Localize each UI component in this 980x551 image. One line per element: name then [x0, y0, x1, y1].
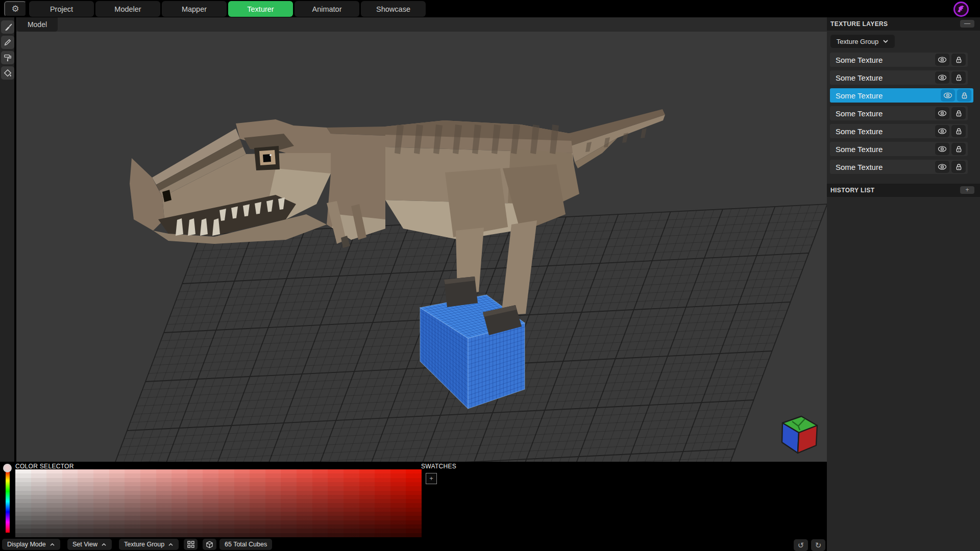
- cube-view-button[interactable]: [203, 539, 216, 550]
- tab-texturer[interactable]: Texturer: [228, 1, 293, 17]
- texture-layer-row[interactable]: Some Texture: [830, 124, 968, 138]
- viewport-header: Model: [16, 17, 827, 32]
- texture-layer-row[interactable]: Some Texture: [830, 70, 968, 85]
- 3d-viewport[interactable]: [16, 32, 827, 462]
- paint-toolbar: [0, 17, 15, 462]
- tab-modeler[interactable]: Modeler: [95, 1, 160, 17]
- set-view-button[interactable]: Set View: [67, 539, 112, 550]
- texture-layer-row[interactable]: Some Texture: [830, 53, 968, 67]
- padlock-icon[interactable]: [951, 143, 966, 155]
- top-bar: ⚙ Project Modeler Mapper Texturer Animat…: [0, 0, 980, 17]
- eye-icon[interactable]: [935, 54, 949, 66]
- paint-roller-tool-button[interactable]: [1, 51, 14, 64]
- texture-group-dropdown-label: Texture Group: [837, 38, 878, 45]
- eye-icon[interactable]: [935, 143, 949, 155]
- paint-brush-icon: [4, 23, 12, 32]
- undo-button[interactable]: ↺: [794, 539, 808, 551]
- total-cubes-badge: 65 Total Cubes: [219, 539, 272, 550]
- texture-layers-title: TEXTURE LAYERS: [830, 20, 888, 28]
- grid-view-button[interactable]: [184, 539, 198, 550]
- collapse-panel-button[interactable]: —: [960, 20, 974, 28]
- history-list-title: HISTORY LIST: [830, 187, 875, 194]
- add-swatch-button[interactable]: +: [426, 473, 437, 484]
- viewport-tab-model[interactable]: Model: [17, 17, 58, 32]
- eye-icon[interactable]: [935, 161, 949, 173]
- chevron-up-icon: [168, 543, 174, 546]
- scene-canvas: [16, 32, 827, 462]
- display-mode-label: Display Mode: [7, 541, 46, 548]
- chevron-down-icon: [883, 39, 889, 43]
- texture-layer-name: Some Texture: [830, 163, 935, 171]
- paint-bucket-icon: [4, 69, 12, 77]
- gear-icon[interactable]: ⚙: [4, 1, 27, 17]
- tab-project[interactable]: Project: [29, 1, 94, 17]
- eye-icon[interactable]: [935, 71, 949, 84]
- color-selector-title: COLOR SELECTOR: [15, 463, 74, 470]
- axis-orientation-cube[interactable]: [782, 416, 817, 453]
- hue-slider-knob[interactable]: [3, 464, 12, 472]
- cube-icon: [206, 541, 213, 548]
- tab-animator[interactable]: Animator: [295, 1, 359, 17]
- tab-showcase[interactable]: Showcase: [361, 1, 426, 17]
- user-avatar-dino-logo[interactable]: [953, 2, 969, 17]
- chevron-up-icon: [101, 543, 107, 546]
- texture-layer-name: Some Texture: [830, 109, 935, 118]
- texture-layer-row[interactable]: Some Texture: [830, 160, 968, 174]
- padlock-icon[interactable]: [951, 54, 966, 66]
- texture-layer-row[interactable]: Some Texture: [830, 88, 973, 103]
- paint-brush-tool-button[interactable]: [1, 20, 14, 34]
- swatches-title: SWATCHES: [421, 463, 456, 470]
- paint-roller-icon: [4, 54, 12, 62]
- redo-button[interactable]: ↻: [811, 539, 825, 551]
- add-history-button[interactable]: +: [960, 186, 974, 194]
- padlock-icon[interactable]: [951, 125, 966, 137]
- saturation-value-shade: [15, 469, 422, 537]
- texture-layer-name: Some Texture: [830, 145, 935, 154]
- texture-layer-name: Some Texture: [830, 91, 941, 100]
- texture-layer-row[interactable]: Some Texture: [830, 142, 968, 156]
- eye-icon[interactable]: [935, 125, 949, 137]
- total-cubes-label: 65 Total Cubes: [225, 541, 267, 548]
- status-bar: Display Mode Set View Texture Group 65 T…: [0, 537, 827, 551]
- texture-layers-panel: TEXTURE LAYERS — Texture Group Some Text…: [827, 17, 980, 551]
- texture-group-button[interactable]: Texture Group: [119, 539, 179, 550]
- texture-layers-header: TEXTURE LAYERS: [827, 17, 980, 31]
- dino-logo-icon: [956, 5, 966, 14]
- texture-group-button-label: Texture Group: [124, 541, 164, 548]
- chevron-up-icon: [50, 543, 55, 546]
- grid-squares-icon: [187, 541, 194, 548]
- paint-bucket-tool-button[interactable]: [1, 66, 14, 80]
- history-list-header: HISTORY LIST: [827, 184, 980, 197]
- display-mode-button[interactable]: Display Mode: [2, 539, 60, 550]
- set-view-label: Set View: [72, 541, 97, 548]
- texture-layer-name: Some Texture: [830, 127, 935, 136]
- eye-icon[interactable]: [935, 107, 949, 119]
- texture-layer-name: Some Texture: [830, 56, 935, 64]
- padlock-icon[interactable]: [957, 89, 971, 102]
- pencil-tool-button[interactable]: [1, 36, 14, 49]
- texture-layer-name: Some Texture: [830, 73, 935, 82]
- padlock-icon[interactable]: [951, 161, 966, 173]
- pencil-icon: [4, 38, 12, 46]
- tab-mapper[interactable]: Mapper: [162, 1, 227, 17]
- texture-layer-row[interactable]: Some Texture: [830, 106, 968, 120]
- padlock-icon[interactable]: [951, 107, 966, 119]
- hue-slider[interactable]: [6, 470, 10, 533]
- padlock-icon[interactable]: [951, 71, 966, 84]
- eye-icon[interactable]: [941, 89, 955, 102]
- color-panel: COLOR SELECTOR SWATCHES +: [0, 462, 827, 537]
- texture-group-dropdown[interactable]: Texture Group: [830, 35, 895, 48]
